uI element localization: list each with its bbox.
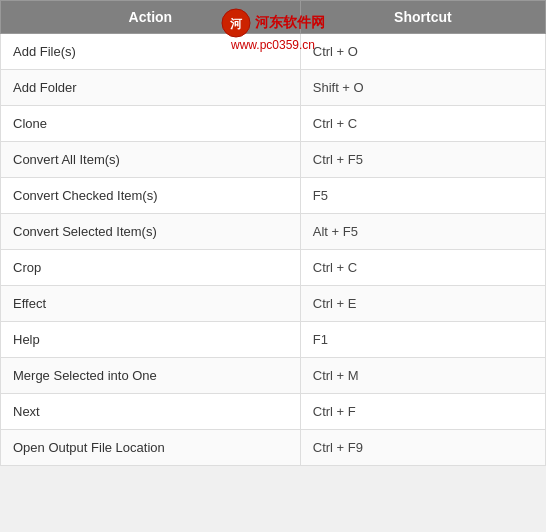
- action-cell: Crop: [1, 250, 301, 286]
- table-row: EffectCtrl + E: [1, 286, 546, 322]
- action-column-header: Action: [1, 1, 301, 34]
- table-header-row: Action Shortcut: [1, 1, 546, 34]
- table-row: CloneCtrl + C: [1, 106, 546, 142]
- table-row: Convert All Item(s)Ctrl + F5: [1, 142, 546, 178]
- shortcut-cell: Shift + O: [300, 70, 545, 106]
- table-row: Convert Checked Item(s)F5: [1, 178, 546, 214]
- shortcut-cell: F5: [300, 178, 545, 214]
- shortcut-cell: F1: [300, 322, 545, 358]
- table-body: Add File(s)Ctrl + OAdd FolderShift + OCl…: [1, 34, 546, 466]
- table-row: HelpF1: [1, 322, 546, 358]
- shortcut-cell: Ctrl + E: [300, 286, 545, 322]
- shortcut-column-header: Shortcut: [300, 1, 545, 34]
- table-row: CropCtrl + C: [1, 250, 546, 286]
- action-cell: Add Folder: [1, 70, 301, 106]
- shortcut-table: Action Shortcut Add File(s)Ctrl + OAdd F…: [0, 0, 546, 466]
- shortcut-cell: Ctrl + F9: [300, 430, 545, 466]
- action-cell: Convert Selected Item(s): [1, 214, 301, 250]
- shortcut-cell: Ctrl + O: [300, 34, 545, 70]
- table-row: Convert Selected Item(s)Alt + F5: [1, 214, 546, 250]
- action-cell: Convert Checked Item(s): [1, 178, 301, 214]
- action-cell: Clone: [1, 106, 301, 142]
- shortcut-cell: Ctrl + M: [300, 358, 545, 394]
- shortcut-cell: Ctrl + C: [300, 250, 545, 286]
- shortcut-cell: Alt + F5: [300, 214, 545, 250]
- shortcut-table-container: Action Shortcut Add File(s)Ctrl + OAdd F…: [0, 0, 546, 532]
- action-cell: Add File(s): [1, 34, 301, 70]
- action-cell: Open Output File Location: [1, 430, 301, 466]
- table-row: NextCtrl + F: [1, 394, 546, 430]
- table-row: Merge Selected into OneCtrl + M: [1, 358, 546, 394]
- action-cell: Convert All Item(s): [1, 142, 301, 178]
- action-cell: Help: [1, 322, 301, 358]
- shortcut-cell: Ctrl + F5: [300, 142, 545, 178]
- shortcut-cell: Ctrl + C: [300, 106, 545, 142]
- table-row: Add FolderShift + O: [1, 70, 546, 106]
- action-cell: Merge Selected into One: [1, 358, 301, 394]
- shortcut-cell: Ctrl + F: [300, 394, 545, 430]
- action-cell: Next: [1, 394, 301, 430]
- table-row: Add File(s)Ctrl + O: [1, 34, 546, 70]
- action-cell: Effect: [1, 286, 301, 322]
- table-row: Open Output File LocationCtrl + F9: [1, 430, 546, 466]
